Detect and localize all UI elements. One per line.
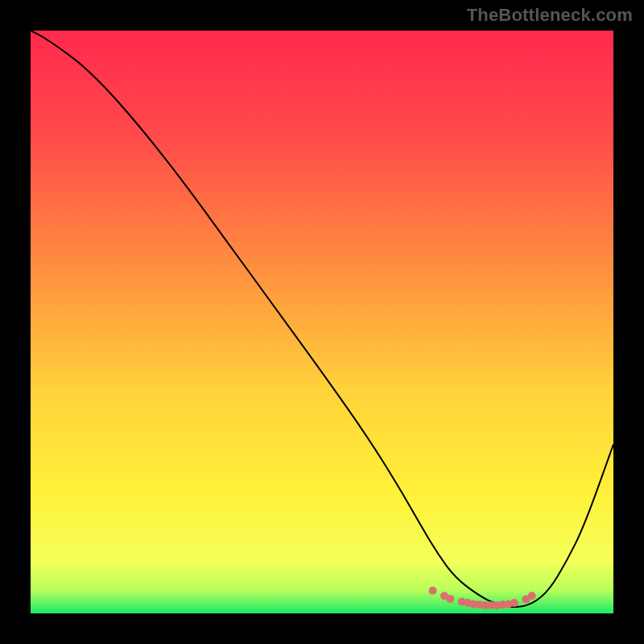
page-frame: TheBottleneck.com — [0, 0, 644, 644]
gradient-rect — [31, 31, 613, 613]
valley-dot — [446, 595, 454, 603]
chart-area — [31, 31, 613, 613]
chart-svg — [31, 31, 613, 613]
valley-dot — [510, 599, 518, 607]
watermark-text: TheBottleneck.com — [467, 5, 633, 26]
valley-dot — [528, 592, 536, 600]
valley-dot — [429, 587, 437, 595]
